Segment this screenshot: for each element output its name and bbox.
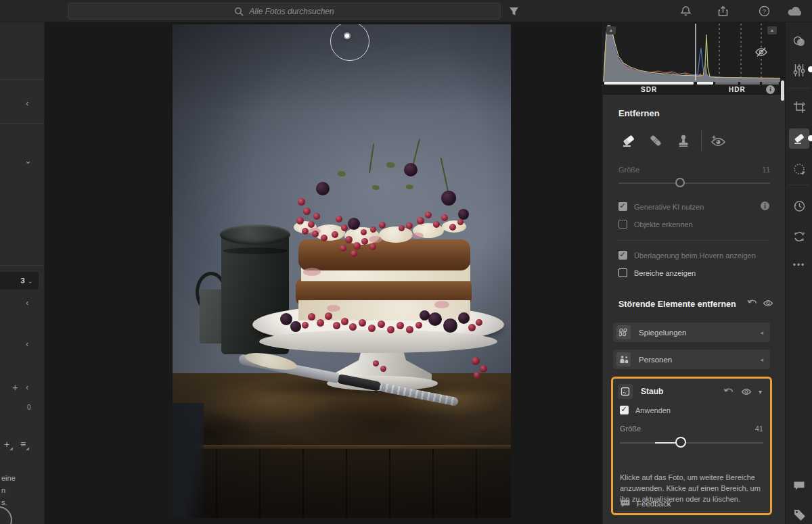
people-row[interactable]: Personen ◂ <box>613 350 770 369</box>
left-panel-strip: ‹ ⌄ 3 ⌄ ‹ ‹ + ‹ 0 +◢ ≡◢ eine n s. <box>0 22 45 524</box>
info-icon[interactable] <box>760 201 770 211</box>
histogram-collapse-left-button[interactable]: ▲ <box>606 26 616 34</box>
checkbox-label: Überlagerung beim Hovern anzeigen <box>634 252 756 260</box>
dust-size-slider[interactable] <box>620 442 763 444</box>
chevron-left-icon[interactable]: ◂ <box>760 329 763 336</box>
add-icon[interactable]: + <box>12 383 18 391</box>
divider <box>0 79 45 80</box>
album-count: 3 <box>20 277 24 285</box>
crop-icon[interactable] <box>789 97 809 117</box>
history-icon[interactable] <box>789 196 809 216</box>
sync-versions-icon[interactable] <box>789 227 809 247</box>
remove-eraser-icon[interactable] <box>789 128 809 149</box>
keywords-tag-icon[interactable] <box>789 504 809 524</box>
histogram-collapse-right-button[interactable]: ▲ <box>767 26 777 34</box>
collapse-left-chevron[interactable]: ‹ <box>26 383 28 391</box>
add-album-icon[interactable]: +◢ <box>4 439 13 450</box>
checkbox-label: Objekte erkennen <box>634 220 693 229</box>
tool-rail: ••• <box>785 22 812 524</box>
eye-icon[interactable] <box>741 387 752 396</box>
presets-icon[interactable] <box>789 31 809 51</box>
dust-icon <box>618 384 633 399</box>
photo-canvas[interactable] <box>173 24 511 518</box>
sdr-label: SDR <box>641 86 657 93</box>
checkbox-checked[interactable] <box>618 202 627 211</box>
reflections-row[interactable]: Spiegelungen ◂ <box>613 323 770 342</box>
sort-list-icon[interactable]: ≡◢ <box>20 439 29 450</box>
clone-stamp-tool-button[interactable] <box>672 128 695 153</box>
comments-icon[interactable] <box>789 475 809 496</box>
heal-tool-button[interactable] <box>644 128 667 153</box>
clipped-text: s. <box>1 498 7 506</box>
panel-scrollbar-thumb[interactable] <box>781 80 784 101</box>
checkbox-label: Generative KI nutzen <box>634 203 704 211</box>
editor-canvas <box>45 22 602 524</box>
divider <box>0 265 45 266</box>
red-eye-tool-button[interactable] <box>706 128 729 153</box>
generative-ai-checkbox[interactable]: Generative KI nutzen <box>618 202 704 211</box>
size-label: Größe <box>618 166 639 174</box>
dust-size-label: Größe <box>620 425 641 433</box>
collapse-left-chevron[interactable]: ‹ <box>26 99 28 108</box>
info-icon[interactable]: i <box>766 85 775 94</box>
show-areas-checkbox[interactable]: Bereiche anzeigen <box>618 268 696 277</box>
hdr-range-bar <box>762 82 779 85</box>
collapse-left-chevron[interactable]: ‹ <box>26 339 28 348</box>
cloud-sync-icon[interactable] <box>785 0 805 22</box>
expand-down-chevron[interactable]: ⌄ <box>24 156 32 165</box>
slider-fill <box>655 442 677 444</box>
notifications-bell-icon[interactable] <box>675 0 696 22</box>
reflections-icon <box>616 325 631 339</box>
erase-tool-button[interactable] <box>617 128 640 153</box>
histogram[interactable]: ▲ ▲ SDR HDR i <box>603 22 786 95</box>
active-panel-dot <box>808 66 812 72</box>
checkbox-checked[interactable] <box>620 406 629 414</box>
top-bar: Alle Fotos durchsuchen ? <box>0 0 812 22</box>
apply-checkbox[interactable]: Anwenden <box>620 406 671 414</box>
more-options-icon[interactable]: ••• <box>789 255 809 275</box>
people-icon <box>616 352 631 366</box>
size-slider[interactable] <box>618 183 770 184</box>
vignette-overlay <box>173 24 511 518</box>
active-tool-dot <box>808 135 812 141</box>
svg-text:?: ? <box>762 7 765 15</box>
chevron-left-icon[interactable]: ◂ <box>760 356 763 363</box>
dust-panel-header[interactable]: Staub ▾ <box>613 383 770 400</box>
collapse-left-chevron[interactable]: ‹ <box>26 298 28 307</box>
masking-icon[interactable] <box>789 159 809 179</box>
chevron-down-icon: ⌄ <box>28 277 33 285</box>
feedback-chat-icon <box>620 499 631 508</box>
detect-objects-checkbox[interactable]: Objekte erkennen <box>618 220 693 229</box>
feedback-label: Feedback <box>637 500 671 508</box>
app-window: { "topbar": { "search_placeholder": "All… <box>0 0 812 524</box>
search-input[interactable]: Alle Fotos durchsuchen <box>68 3 501 20</box>
brush-cursor-dot <box>344 32 351 39</box>
checkbox-label: Bereiche anzeigen <box>634 269 696 277</box>
hdr-used-bar <box>697 82 713 85</box>
dust-title: Staub <box>641 387 723 396</box>
filter-icon[interactable] <box>503 0 524 22</box>
eye-icon[interactable] <box>763 299 773 308</box>
checkbox-unchecked[interactable] <box>618 268 627 277</box>
help-icon[interactable]: ? <box>754 0 774 22</box>
chevron-down-icon[interactable]: ▾ <box>759 388 762 396</box>
zero-count: 0 <box>27 403 31 412</box>
undo-icon[interactable] <box>723 387 734 396</box>
dust-size-slider-knob[interactable] <box>675 437 686 448</box>
hdr-label: HDR <box>729 86 746 93</box>
checkbox-unchecked[interactable] <box>618 220 627 229</box>
clipped-text: n <box>1 486 5 494</box>
album-count-dropdown[interactable]: 3 ⌄ <box>0 272 39 289</box>
dust-size-value: 41 <box>743 425 763 433</box>
feedback-button[interactable]: Feedback <box>620 499 671 508</box>
undo-icon[interactable] <box>747 299 758 308</box>
panel-title: Entfernen <box>618 108 660 118</box>
checkbox-checked[interactable] <box>618 251 627 260</box>
share-export-icon[interactable] <box>713 0 733 22</box>
adjust-sliders-icon[interactable] <box>789 60 809 80</box>
checkbox-label: Anwenden <box>635 406 671 414</box>
row-label: Spiegelungen <box>639 329 760 337</box>
size-slider-knob[interactable] <box>675 178 685 187</box>
hdr-range-bar <box>740 82 760 85</box>
hover-overlay-checkbox[interactable]: Überlagerung beim Hovern anzeigen <box>618 251 756 260</box>
